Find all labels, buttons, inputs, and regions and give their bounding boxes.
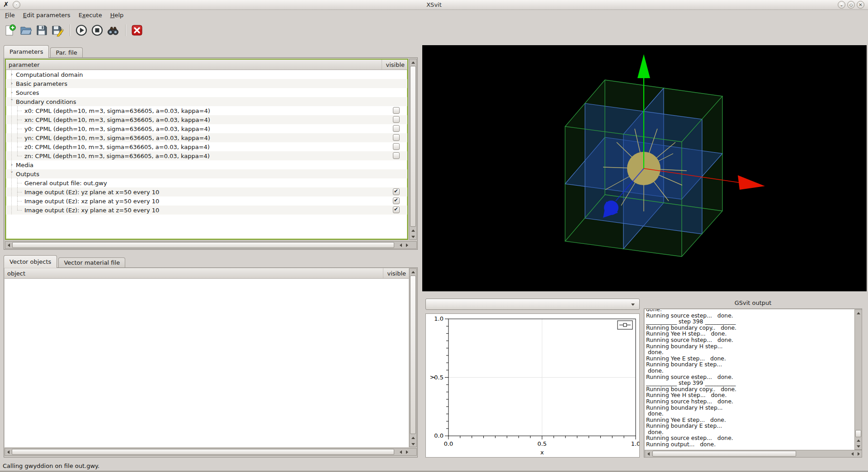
console-line: Running boundary E step...: [646, 361, 854, 368]
tab-parameters[interactable]: Parameters: [4, 45, 49, 58]
vector-hscrollbar[interactable]: [5, 448, 417, 456]
viewport-3d[interactable]: [422, 45, 867, 291]
visible-checkbox[interactable]: [393, 125, 400, 132]
open-file-button[interactable]: [19, 23, 33, 37]
save-button[interactable]: [34, 23, 49, 37]
tree-row[interactable]: zn: CPML (depth=10, m=3, sigma=636605, a…: [6, 151, 407, 160]
expander-closed-icon[interactable]: ›: [8, 88, 15, 97]
run-button[interactable]: [74, 23, 89, 37]
tree-row[interactable]: y0: CPML (depth=10, m=3, sigma=636605, a…: [6, 124, 407, 133]
tree-row[interactable]: Image output (Ez): xz plane at y=50 ever…: [6, 196, 407, 206]
vector-vscrollbar[interactable]: [409, 268, 417, 447]
tab-vector-objects[interactable]: Vector objects: [4, 255, 57, 268]
column-header-visible[interactable]: visible: [383, 268, 409, 278]
tree-row[interactable]: Image output (Ez): xy plane at z=50 ever…: [6, 206, 407, 215]
parameters-vscrollbar[interactable]: [409, 59, 417, 240]
tree-row[interactable]: Image output (Ez): yz plane at x=50 ever…: [6, 187, 407, 196]
visible-checkbox[interactable]: [393, 143, 400, 150]
scroll-up-icon[interactable]: [410, 59, 416, 65]
expander-open-icon[interactable]: ˅: [8, 97, 15, 106]
find-button[interactable]: [106, 23, 120, 37]
scroll-up-icon[interactable]: [410, 227, 416, 234]
visible-checkbox[interactable]: [393, 107, 400, 114]
visible-checkbox[interactable]: [393, 152, 400, 159]
window-title: XSvit: [0, 0, 868, 9]
tree-row[interactable]: ˅Outputs: [6, 169, 407, 178]
console-hscrollbar[interactable]: [645, 450, 862, 458]
scroll-down-icon[interactable]: [855, 444, 862, 449]
vector-objects-panel: object visible: [4, 267, 418, 458]
tree-row[interactable]: ›Sources: [6, 88, 407, 97]
console-vscrollbar[interactable]: [854, 309, 862, 450]
scrollbar-thumb[interactable]: [410, 276, 416, 434]
window-menu-button[interactable]: ·: [13, 1, 20, 9]
tree-row-label: Basic parameters: [15, 80, 67, 87]
scrollbar-thumb[interactable]: [855, 430, 861, 437]
tree-row[interactable]: z0: CPML (depth=10, m=3, sigma=636605, a…: [6, 142, 407, 151]
tree-row[interactable]: General output file: out.gwy: [6, 178, 407, 187]
gsvit-console[interactable]: done.Running source estep... done.______…: [645, 309, 854, 450]
expander-open-icon[interactable]: ˅: [8, 169, 15, 178]
scroll-down-icon[interactable]: [410, 234, 416, 240]
menu-edit-parameters[interactable]: Edit parameters: [19, 11, 75, 19]
scrollbar-thumb[interactable]: [410, 66, 416, 227]
scroll-up-icon[interactable]: [855, 310, 862, 316]
tab-vector-material-file[interactable]: Vector material file: [58, 257, 125, 268]
scroll-left-icon[interactable]: [5, 242, 12, 248]
column-header-visible[interactable]: visible: [382, 60, 407, 70]
scrollbar-thumb[interactable]: [12, 449, 394, 455]
tree-row[interactable]: ›Basic parameters: [6, 79, 407, 88]
visible-checkbox[interactable]: [393, 134, 400, 141]
scrollbar-thumb[interactable]: [12, 242, 394, 248]
save-icon: [35, 24, 48, 37]
tree-row[interactable]: ›Computational domain: [6, 70, 407, 79]
menu-file[interactable]: File: [1, 11, 19, 19]
expander-closed-icon[interactable]: ›: [8, 79, 15, 88]
menu-execute[interactable]: Execute: [75, 11, 106, 19]
graph-selector-combobox[interactable]: [425, 299, 640, 310]
scroll-right-icon[interactable]: [404, 242, 410, 248]
minimize-button[interactable]: ⌄: [838, 1, 845, 9]
tree-row[interactable]: xn: CPML (depth=10, m=3, sigma=636605, a…: [6, 115, 407, 124]
column-header-parameter[interactable]: parameter: [6, 60, 382, 70]
parameter-tree-rows: ›Computational domain›Basic parameters›S…: [6, 70, 407, 215]
close-button[interactable]: ✕: [857, 1, 864, 9]
visible-checkbox[interactable]: [393, 206, 400, 213]
visible-checkbox[interactable]: [393, 197, 400, 204]
parameter-tree-header[interactable]: parameter visible: [6, 60, 407, 70]
tab-par-file[interactable]: Par. file: [50, 47, 82, 58]
tree-row[interactable]: x0: CPML (depth=10, m=3, sigma=636605, a…: [6, 106, 407, 115]
vector-list-header[interactable]: object visible: [5, 268, 409, 279]
tree-row[interactable]: ›Media: [6, 160, 407, 169]
scroll-down-icon[interactable]: [410, 441, 416, 447]
visible-checkbox[interactable]: [393, 188, 400, 195]
scroll-left-icon[interactable]: [397, 242, 404, 248]
quit-button[interactable]: [130, 23, 144, 37]
scroll-up-icon[interactable]: [410, 269, 416, 275]
scrollbar-thumb[interactable]: [652, 451, 796, 457]
expander-closed-icon[interactable]: ›: [8, 160, 15, 169]
stop-button[interactable]: [90, 23, 104, 37]
vector-objects-list[interactable]: object visible: [5, 268, 409, 447]
tree-row[interactable]: yn: CPML (depth=10, m=3, sigma=636605, a…: [6, 133, 407, 142]
visible-checkbox[interactable]: [393, 116, 400, 123]
menu-help[interactable]: Help: [106, 11, 128, 19]
scroll-left-icon[interactable]: [645, 450, 651, 457]
scroll-up-icon[interactable]: [855, 438, 862, 444]
toolbar: [0, 20, 868, 41]
tree-row[interactable]: ˅Boundary conditions: [6, 97, 407, 106]
scroll-right-icon[interactable]: [855, 450, 862, 457]
parameters-hscrollbar[interactable]: [5, 241, 417, 249]
scroll-left-icon[interactable]: [5, 449, 11, 455]
tree-connector: [16, 178, 24, 187]
column-header-object[interactable]: object: [5, 268, 383, 278]
expander-closed-icon[interactable]: ›: [8, 70, 15, 79]
scroll-left-icon[interactable]: [849, 450, 855, 457]
scroll-right-icon[interactable]: [404, 449, 410, 455]
graph-panel[interactable]: 0.00.51.01.00.50.0xy: [425, 313, 640, 458]
maximize-button[interactable]: ◇: [847, 1, 855, 9]
scroll-left-icon[interactable]: [397, 449, 404, 455]
new-file-button[interactable]: [3, 23, 17, 37]
save-as-button[interactable]: [50, 23, 65, 37]
scroll-up-icon[interactable]: [410, 435, 416, 441]
